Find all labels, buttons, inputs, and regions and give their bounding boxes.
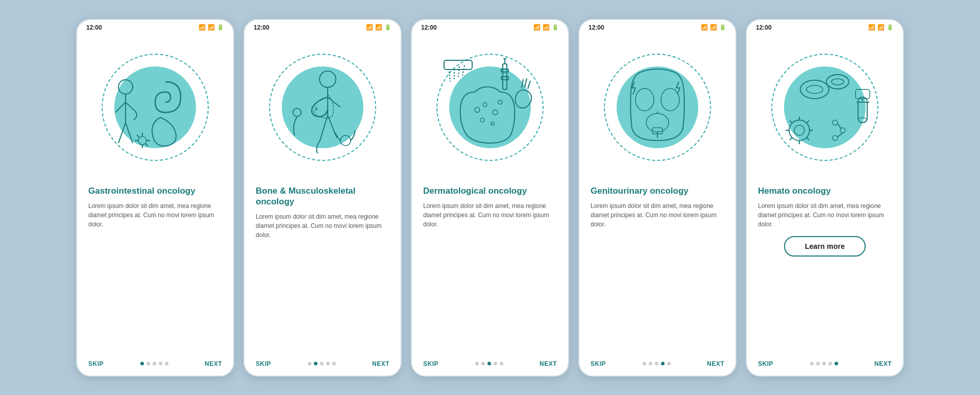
signal-icon: 📶 [877, 24, 885, 31]
dot-4[interactable] [332, 362, 336, 365]
battery-icon: 🔋 [552, 24, 559, 31]
signal-icon: 📶 [543, 24, 550, 31]
card-description: Lorem ipsum dolor sit dim amet, mea regi… [591, 201, 724, 229]
card-title: Bone & Musculoskeletal oncology [256, 185, 389, 207]
status-time: 12:00 [421, 24, 437, 31]
dot-2[interactable] [153, 362, 156, 365]
illustration-area [77, 33, 233, 181]
card-description: Lorem ipsum dolor sit dim amet, mea regi… [256, 212, 389, 240]
svg-point-32 [493, 110, 498, 115]
status-time: 12:00 [86, 24, 102, 31]
svg-line-58 [806, 137, 809, 140]
svg-point-6 [138, 136, 146, 145]
dot-1[interactable] [649, 362, 652, 365]
skip-button[interactable]: SKIP [423, 360, 438, 367]
dot-0[interactable] [643, 362, 646, 365]
svg-line-4 [118, 123, 126, 143]
dot-3[interactable] [326, 362, 330, 365]
dot-0[interactable] [308, 362, 311, 365]
svg-point-31 [483, 103, 487, 107]
svg-point-0 [118, 80, 133, 94]
content-area: Dermatological oncologyLorem ipsum dolor… [412, 181, 568, 355]
dot-1[interactable] [481, 362, 485, 365]
svg-line-16 [315, 109, 317, 110]
illustration-area [244, 33, 401, 181]
svg-point-63 [859, 118, 867, 123]
dot-0[interactable] [810, 362, 814, 365]
battery-icon: 🔋 [384, 24, 391, 31]
bottom-nav: SKIPNEXT [412, 355, 568, 376]
illustration-area [412, 33, 568, 181]
illustration-area [747, 33, 903, 181]
dot-4[interactable] [835, 362, 838, 365]
dot-3[interactable] [159, 362, 162, 365]
dot-1[interactable] [314, 362, 317, 365]
dot-2[interactable] [822, 362, 826, 365]
status-time: 12:00 [756, 24, 772, 31]
battery-icon: 🔋 [719, 24, 726, 31]
svg-point-48 [806, 85, 823, 94]
svg-point-50 [831, 79, 844, 85]
status-bar: 12:00 📶 📶 🔋 [747, 20, 903, 33]
dot-0[interactable] [140, 362, 144, 365]
dot-1[interactable] [146, 362, 150, 365]
wifi-icon: 📶 [868, 24, 875, 31]
svg-point-68 [832, 135, 838, 141]
illustration-svg [424, 41, 556, 174]
dot-0[interactable] [475, 362, 479, 365]
svg-point-47 [800, 80, 829, 99]
dot-2[interactable] [320, 362, 324, 365]
svg-point-13 [320, 71, 336, 87]
status-time: 12:00 [589, 24, 604, 31]
svg-line-29 [528, 81, 530, 89]
next-button[interactable]: NEXT [205, 360, 222, 367]
dot-4[interactable] [667, 362, 671, 365]
svg-point-30 [475, 107, 480, 112]
dot-4[interactable] [500, 362, 503, 365]
status-bar: 12:00 📶 📶 🔋 [412, 20, 568, 33]
skip-button[interactable]: SKIP [88, 360, 104, 367]
skip-button[interactable]: SKIP [758, 360, 773, 367]
content-area: Hemato oncologyLorem ipsum dolor sit dim… [747, 181, 903, 355]
svg-line-12 [145, 144, 148, 146]
dot-2[interactable] [487, 362, 491, 365]
svg-line-38 [462, 65, 464, 76]
svg-line-11 [137, 135, 139, 137]
pagination-dots [140, 362, 168, 365]
dot-4[interactable] [165, 362, 168, 365]
wifi-icon: 📶 [533, 24, 541, 31]
next-button[interactable]: NEXT [707, 360, 724, 367]
phone-hemato: 12:00 📶 📶 🔋 [746, 19, 904, 377]
skip-button[interactable]: SKIP [256, 360, 271, 367]
card-title: Gastrointestinal oncology [88, 185, 222, 196]
dot-3[interactable] [828, 362, 832, 365]
status-icons: 📶 📶 🔋 [701, 24, 726, 31]
status-bar: 12:00 📶 📶 🔋 [579, 20, 736, 33]
bottom-nav: SKIPNEXT [579, 355, 736, 376]
dot-3[interactable] [494, 362, 497, 365]
next-button[interactable]: NEXT [540, 360, 557, 367]
content-area: Bone & Musculoskeletal oncologyLorem ips… [244, 181, 401, 355]
phone-gastrointestinal: 12:00 📶 📶 🔋 [76, 19, 234, 377]
skip-button[interactable]: SKIP [591, 360, 606, 367]
svg-line-59 [806, 121, 809, 123]
card-title: Genitourinary oncology [591, 185, 724, 196]
bottom-nav: SKIPNEXT [77, 355, 233, 376]
learn-more-button[interactable]: Learn more [784, 236, 866, 257]
svg-point-41 [635, 88, 654, 111]
next-button[interactable]: NEXT [874, 360, 892, 367]
svg-point-49 [826, 75, 849, 89]
dot-1[interactable] [816, 362, 820, 365]
next-button[interactable]: NEXT [372, 360, 389, 367]
svg-line-17 [328, 97, 340, 107]
svg-line-57 [790, 121, 792, 123]
status-icons: 📶 📶 🔋 [533, 24, 559, 31]
dot-2[interactable] [655, 362, 658, 365]
svg-point-21 [293, 108, 301, 117]
svg-point-43 [646, 113, 669, 132]
phones-container: 12:00 📶 📶 🔋 [76, 19, 904, 377]
svg-line-18 [320, 115, 328, 141]
pagination-dots [475, 362, 503, 365]
svg-line-37 [458, 66, 459, 77]
dot-3[interactable] [661, 362, 665, 365]
